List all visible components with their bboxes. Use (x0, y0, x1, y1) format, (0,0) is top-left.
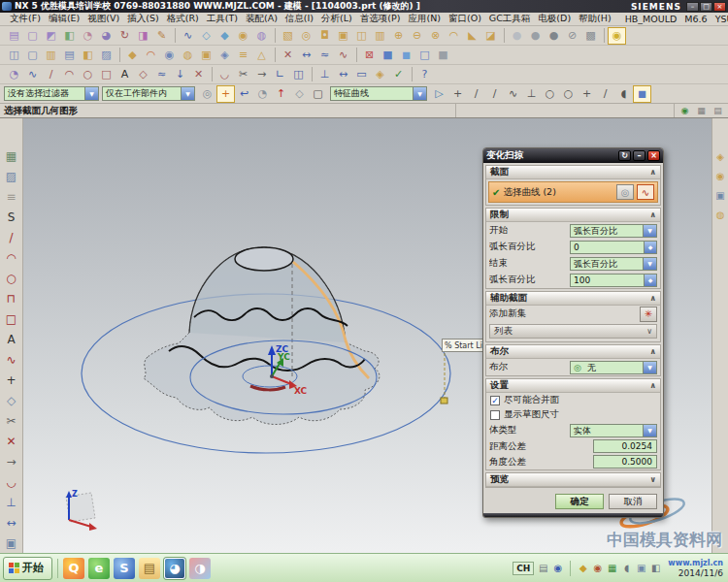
start-button[interactable]: 开始 (3, 557, 52, 580)
dimension-icon[interactable]: ↔ (334, 66, 352, 83)
snap-spline-icon[interactable]: ∿ (504, 85, 522, 103)
distance-tolerance-value[interactable]: 0.0254 (593, 439, 657, 453)
usb-icon[interactable]: ◧ (649, 562, 662, 574)
select-curve-row[interactable]: ✔ 选择曲线 (2) ◎ ∿ (488, 181, 658, 203)
update-icon[interactable]: ◆ (577, 562, 589, 574)
collapse-chevron-icon[interactable]: ∧ (650, 381, 657, 390)
new-window-icon[interactable]: ▢ (23, 27, 42, 45)
add-new-set-button[interactable]: ✳ (640, 307, 657, 322)
menu-item[interactable]: 视图(V) (83, 12, 123, 26)
message-icon[interactable]: ▣ (635, 562, 647, 574)
checker-icon[interactable]: ⊠ (360, 47, 379, 64)
snap-intersection-icon[interactable]: + (578, 85, 596, 103)
toolbar-grip[interactable]: ≡ (1, 186, 22, 207)
merge-faces-row[interactable]: ✓ 尽可能合并面 (486, 393, 660, 407)
limits-group-header[interactable]: 限制 ∧ (486, 209, 660, 222)
circle-icon[interactable]: ○ (1, 268, 22, 288)
curve-selection-button[interactable]: ∿ (637, 184, 654, 200)
gray-sphere-icon[interactable]: ● (526, 27, 545, 45)
cancel-button[interactable]: 取消 (609, 494, 657, 509)
collapse-chevron-icon[interactable]: ∧ (650, 168, 657, 177)
deviation-icon[interactable]: ≈ (315, 47, 334, 64)
dropdown-arrow-icon[interactable]: ▼ (643, 425, 656, 436)
sheet-icon[interactable]: ▢ (23, 47, 42, 64)
wire-cube-icon[interactable]: □ (415, 47, 434, 64)
dropdown-arrow-icon[interactable]: ▼ (413, 87, 426, 100)
shaded-view-button[interactable]: ◼ (633, 85, 651, 103)
datum-plane-icon[interactable]: ◇ (197, 27, 215, 45)
unite-icon[interactable]: ⊕ (389, 27, 408, 45)
browser-icon[interactable]: e (88, 558, 110, 579)
snap-midpoint-icon[interactable]: / (485, 85, 504, 103)
more-tools-icon[interactable]: ▣ (1, 533, 22, 553)
louver-icon[interactable]: ◈ (215, 47, 234, 64)
sketch-image-icon[interactable]: ▦ (1, 146, 22, 166)
datum-axis-icon[interactable]: ◆ (215, 27, 234, 45)
line-icon[interactable]: / (1, 227, 22, 247)
binder-icon[interactable]: ▨ (97, 47, 116, 64)
user-role-icon[interactable]: ◔ (79, 27, 97, 45)
show-sketch-dims-row[interactable]: 显示草图尺寸 (486, 407, 660, 422)
start-mode-dropdown[interactable]: 弧长百分比 ▼ (570, 224, 657, 238)
dialog-close-button[interactable]: × (647, 150, 660, 161)
line-icon[interactable]: / (42, 66, 60, 83)
bluetooth-icon[interactable]: ◉ (551, 562, 564, 574)
shaded-sphere-icon[interactable]: ● (508, 27, 526, 45)
screenshot-icon[interactable]: ▤ (5, 27, 23, 45)
sketch-orient-icon[interactable]: ◈ (371, 66, 389, 83)
rotate-view-icon[interactable]: ↻ (116, 27, 134, 45)
wireframe-sphere-icon[interactable]: ⊘ (563, 27, 581, 45)
undo-icon[interactable]: ↩ (235, 85, 253, 103)
menu-plugin-item[interactable]: HB_MOULD (621, 13, 681, 25)
fillet-curve-icon[interactable]: ◡ (1, 471, 22, 492)
extend-curve-icon[interactable]: → (1, 451, 22, 471)
printer-icon[interactable]: ▤ (537, 562, 549, 574)
nx-app-icon[interactable]: ◕ (164, 558, 185, 579)
snap-tangent-icon[interactable]: / (596, 85, 614, 103)
bend-icon[interactable]: ◠ (142, 47, 160, 64)
spinner-button[interactable]: ◆ (644, 275, 656, 286)
form-icon[interactable]: ◉ (160, 47, 179, 64)
hide-component-icon[interactable]: ◎ (198, 85, 216, 103)
book-icon[interactable]: ▥ (42, 47, 60, 64)
spinner-button[interactable]: ◆ (644, 242, 656, 253)
tile-window-icon[interactable]: ◫ (5, 47, 23, 64)
menu-item[interactable]: 编辑(E) (45, 12, 83, 26)
snap-enable-icon[interactable]: + (216, 85, 235, 103)
studio-spline-icon[interactable]: S (1, 207, 22, 227)
expand-panel-icon[interactable]: ◈ (712, 147, 728, 167)
paint-icon[interactable]: ◑ (189, 558, 211, 579)
project-curve-icon[interactable]: ↓ (171, 66, 189, 83)
grid-block-icon[interactable]: ▨ (1, 166, 22, 186)
blend-icon[interactable]: ◠ (445, 27, 463, 45)
polygon-icon[interactable]: ◇ (134, 66, 152, 83)
snap-endpoint-icon[interactable]: / (467, 85, 485, 103)
ok-button[interactable]: 确定 (555, 494, 604, 509)
boolean-group-header[interactable]: 布尔 ∧ (486, 345, 660, 359)
list-collapse-bar[interactable]: 列表 ∨ (489, 324, 657, 339)
selection-scope-dropdown[interactable]: 仅在工作部件内 ▼ (102, 86, 195, 101)
weld-icon[interactable]: ◆ (123, 47, 142, 64)
intersect-curve-icon[interactable]: ✕ (189, 66, 208, 83)
menu-plugin-item[interactable]: YSUG (711, 13, 728, 25)
start-percent-input[interactable]: 0 ◆ (570, 241, 657, 254)
clip-section-icon[interactable]: ◨ (134, 27, 152, 45)
menu-item[interactable]: 信息(I) (281, 12, 317, 26)
stamp-icon[interactable]: ▣ (197, 47, 215, 64)
settings-group-header[interactable]: 设置 ∧ (486, 379, 660, 393)
constraint-icon[interactable]: ⊥ (1, 492, 22, 512)
restore-button[interactable]: □ (700, 2, 712, 12)
point-icon[interactable]: + (1, 370, 22, 390)
angle-tolerance-value[interactable]: 0.5000 (593, 455, 657, 469)
panel-icon[interactable]: ▦ (694, 104, 709, 117)
rectangle-icon[interactable]: □ (1, 308, 22, 329)
spline-tool-icon[interactable]: ∿ (179, 27, 197, 45)
dropdown-arrow-icon[interactable]: ▼ (643, 362, 656, 373)
layers-icon[interactable]: ▤ (60, 47, 79, 64)
subtract-icon[interactable]: ⊖ (408, 27, 426, 45)
display-mode-icon[interactable]: ◩ (42, 27, 60, 45)
dropdown-arrow-icon[interactable]: ▼ (84, 87, 98, 100)
arc-icon[interactable]: ◠ (60, 66, 79, 83)
pocket-icon[interactable]: ◫ (352, 27, 371, 45)
end-percent-input[interactable]: 100 ◆ (570, 274, 657, 287)
